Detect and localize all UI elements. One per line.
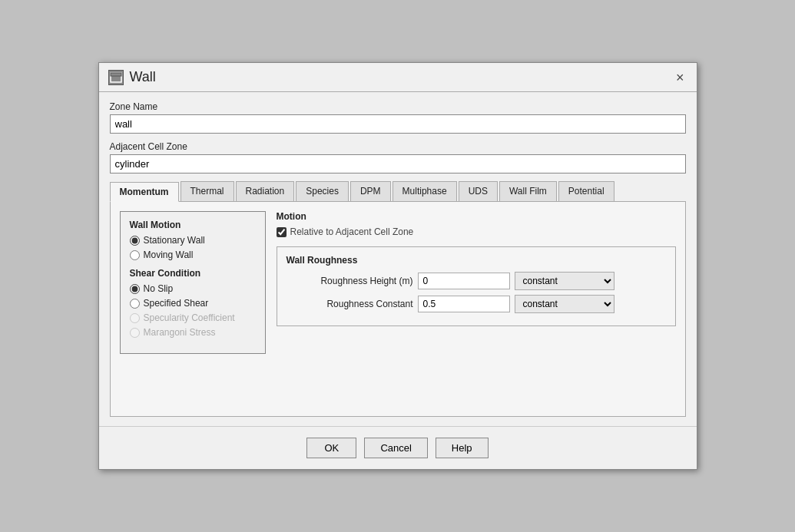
moving-wall-option[interactable]: Moving Wall xyxy=(130,249,256,260)
roughness-constant-label: Roughness Constant xyxy=(287,299,413,309)
moving-wall-radio[interactable] xyxy=(130,250,140,260)
motion-section: Motion Relative to Adjacent Cell Zone xyxy=(277,211,676,237)
tab-momentum[interactable]: Momentum xyxy=(110,182,179,202)
wall-motion-title: Wall Motion xyxy=(130,220,256,230)
ok-button[interactable]: OK xyxy=(306,438,356,458)
tab-wall-film[interactable]: Wall Film xyxy=(499,181,557,201)
wall-dialog: Wall × Zone Name Adjacent Cell Zone Mome… xyxy=(98,62,697,470)
relative-label: Relative to Adjacent Cell Zone xyxy=(290,226,414,237)
tab-uds[interactable]: UDS xyxy=(459,181,498,201)
roughness-height-label: Roughness Height (m) xyxy=(287,276,413,286)
relative-checkbox[interactable] xyxy=(277,227,287,237)
stationary-wall-label: Stationary Wall xyxy=(144,235,205,246)
marangoni-option[interactable]: Marangoni Stress xyxy=(130,327,256,338)
dialog-title: Wall xyxy=(130,69,156,85)
dialog-footer: OK Cancel Help xyxy=(99,426,697,469)
marangoni-label: Marangoni Stress xyxy=(144,327,216,338)
title-bar-left: Wall xyxy=(108,69,156,85)
roughness-height-input[interactable] xyxy=(418,273,510,289)
no-slip-radio[interactable] xyxy=(130,284,140,294)
specified-shear-radio[interactable] xyxy=(130,299,140,309)
dialog-body: Zone Name Adjacent Cell Zone Momentum Th… xyxy=(99,92,697,426)
left-panel: Wall Motion Stationary Wall Moving Wall … xyxy=(120,211,266,354)
tab-content-momentum: Wall Motion Stationary Wall Moving Wall … xyxy=(110,202,686,417)
zone-name-input[interactable] xyxy=(110,114,686,134)
roughness-constant-row: Roughness Constant constant xyxy=(287,295,666,313)
specified-shear-label: Specified Shear xyxy=(144,298,209,309)
tab-thermal[interactable]: Thermal xyxy=(181,181,234,201)
specularity-radio[interactable] xyxy=(130,313,140,323)
specified-shear-option[interactable]: Specified Shear xyxy=(130,298,256,309)
adjacent-zone-label: Adjacent Cell Zone xyxy=(110,141,686,152)
title-bar: Wall × xyxy=(99,63,697,92)
wall-roughness-section: Wall Roughness Roughness Height (m) cons… xyxy=(277,246,676,326)
wall-motion-group: Stationary Wall Moving Wall xyxy=(130,235,256,260)
svg-rect-1 xyxy=(111,73,121,76)
help-button[interactable]: Help xyxy=(436,438,489,458)
shear-condition-group: No Slip Specified Shear Specularity Coef… xyxy=(130,283,256,338)
stationary-wall-option[interactable]: Stationary Wall xyxy=(130,235,256,246)
stationary-wall-radio[interactable] xyxy=(130,236,140,246)
shear-condition-title: Shear Condition xyxy=(130,268,256,279)
dialog-icon xyxy=(108,70,124,85)
marangoni-radio[interactable] xyxy=(130,328,140,338)
adjacent-zone-input[interactable] xyxy=(110,154,686,173)
tabs-row: Momentum Thermal Radiation Species DPM M… xyxy=(110,181,686,202)
close-button[interactable]: × xyxy=(673,71,687,84)
moving-wall-label: Moving Wall xyxy=(144,249,194,260)
wall-roughness-title: Wall Roughness xyxy=(287,255,666,266)
no-slip-option[interactable]: No Slip xyxy=(130,283,256,294)
specularity-option[interactable]: Specularity Coefficient xyxy=(130,312,256,323)
zone-name-label: Zone Name xyxy=(110,101,686,112)
cancel-button[interactable]: Cancel xyxy=(364,438,427,458)
tab-species[interactable]: Species xyxy=(296,181,349,201)
roughness-constant-input[interactable] xyxy=(418,296,510,312)
roughness-height-select[interactable]: constant xyxy=(515,272,614,290)
motion-title: Motion xyxy=(277,211,676,222)
tab-radiation[interactable]: Radiation xyxy=(236,181,295,201)
right-panel: Motion Relative to Adjacent Cell Zone Wa… xyxy=(277,211,676,354)
roughness-height-row: Roughness Height (m) constant xyxy=(287,272,666,290)
tab-multiphase[interactable]: Multiphase xyxy=(393,181,457,201)
tab-dpm[interactable]: DPM xyxy=(350,181,391,201)
no-slip-label: No Slip xyxy=(144,283,174,294)
tab-potential[interactable]: Potential xyxy=(558,181,614,201)
roughness-constant-select[interactable]: constant xyxy=(515,295,614,313)
specularity-label: Specularity Coefficient xyxy=(144,312,235,323)
relative-checkbox-item[interactable]: Relative to Adjacent Cell Zone xyxy=(277,226,676,237)
tab-inner: Wall Motion Stationary Wall Moving Wall … xyxy=(120,211,676,354)
